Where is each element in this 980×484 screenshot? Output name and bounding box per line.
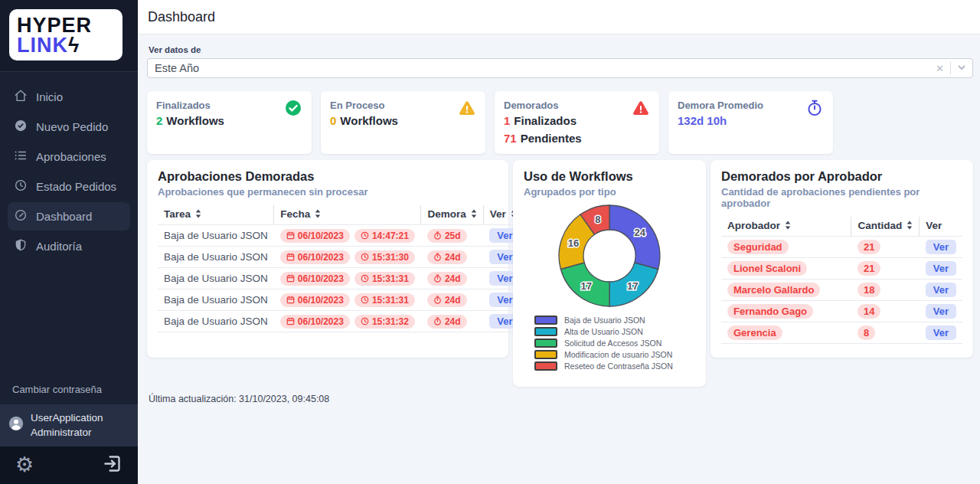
stat-value-caption: Workflows	[340, 114, 398, 127]
stat-value: 2	[156, 114, 162, 127]
legend-item-solicitud-de-accesos-json[interactable]: Solicitud de Accesos JSON	[534, 338, 695, 348]
workflow-usage-card: Uso de Workflows Agrupados por tipo 2417…	[513, 160, 706, 387]
clock-icon	[361, 231, 369, 240]
column-header-aprobador[interactable]: Aprobador	[721, 217, 851, 237]
action-cell: Ver	[920, 258, 962, 280]
approver-badge: Marcelo Gallardo	[727, 283, 820, 297]
count-badge: 21	[858, 261, 880, 276]
ver-button[interactable]: Ver	[926, 304, 956, 319]
count-badge: 8	[858, 325, 875, 340]
legend-label: Solicitud de Accesos JSON	[564, 338, 662, 348]
donut-slice-value: 17	[627, 280, 638, 292]
logo-area: HYPER LINKϟ	[0, 0, 138, 72]
stopwatch-small-icon	[433, 231, 442, 240]
ver-button[interactable]: Ver	[926, 240, 956, 254]
stat-card-label: En Proceso	[330, 100, 476, 111]
sidebar-item-aprobaciones[interactable]: Aprobaciones	[8, 142, 130, 171]
period-select[interactable]: Este Año ✕	[147, 58, 973, 78]
delay-badge: 25d	[427, 229, 467, 243]
delayed-approvals-card: Aprobaciones Demoradas Aprobaciones que …	[147, 160, 508, 358]
stat-card-label: Demora Promedio	[678, 100, 824, 111]
count-badge: 14	[858, 304, 880, 319]
delayed-by-approver-card: Demorados por Aprobador Cantidad de apro…	[710, 160, 973, 358]
legend-item-baja-de-usuario-json[interactable]: Baja de Usuario JSON	[534, 316, 695, 325]
sidebar-item-inicio[interactable]: Inicio	[8, 83, 130, 111]
gauge-icon	[14, 208, 28, 224]
legend-swatch	[534, 338, 557, 348]
column-header-fecha[interactable]: Fecha	[274, 205, 421, 225]
delay-cell: 24d	[421, 268, 483, 289]
delayed-by-approver-table: AprobadorCantidadVer Seguridad21VerLione…	[721, 217, 962, 344]
top-header: Dashboard	[138, 0, 980, 34]
sidebar-bottom-bar: ⚙	[0, 446, 138, 484]
delay-badge: 24d	[427, 293, 467, 307]
user-block[interactable]: UserApplication Administrator	[0, 404, 138, 446]
delay-cell: 24d	[421, 289, 483, 311]
table-row: Baja de Usuario JSON06/10/202315:31:3024…	[158, 247, 526, 268]
sort-icon	[780, 220, 791, 231]
sidebar-item-auditoria[interactable]: Auditoría	[8, 232, 130, 260]
user-avatar-icon	[8, 415, 24, 435]
donut-slice-value: 8	[595, 214, 600, 225]
delayed-by-approver-title: Demorados por Aprobador	[721, 169, 962, 184]
user-name-line1: UserApplication	[31, 410, 103, 426]
stat-card-demorados: Demorados1Finalizados71Pendientes	[495, 91, 659, 154]
sort-icon	[466, 208, 477, 220]
stats-row: Finalizados2WorkflowsEn Proceso0Workflow…	[147, 91, 973, 154]
sort-icon	[310, 208, 321, 220]
select-clear-icon[interactable]: ✕	[936, 63, 944, 74]
ver-button[interactable]: Ver	[926, 261, 956, 276]
sidebar-item-estado-pedidos[interactable]: Estado Pedidos	[8, 172, 130, 201]
approver-badge: Gerencia	[727, 325, 782, 340]
table-row: Lionel Scaloni21Ver	[721, 258, 962, 280]
column-header-ver: Ver	[920, 217, 962, 237]
logout-icon[interactable]	[102, 453, 122, 477]
clock-icon	[361, 274, 369, 283]
delayed-approvals-table: TareaFechaDemoraVer Baja de Usuario JSON…	[158, 205, 526, 332]
delay-cell: 24d	[421, 311, 483, 332]
delay-badge: 24d	[427, 315, 467, 329]
column-header-tarea[interactable]: Tarea	[158, 205, 274, 225]
stat-card-label: Finalizados	[156, 100, 302, 111]
ver-button[interactable]: Ver	[926, 325, 956, 340]
hyperlink-logo: HYPER LINKϟ	[9, 9, 122, 60]
home-icon	[14, 89, 28, 105]
stat-value-caption: Finalizados	[514, 114, 577, 127]
legend-swatch	[534, 327, 557, 336]
stat-card-value-line: 71Pendientes	[504, 131, 650, 146]
calendar-icon	[286, 231, 295, 240]
chevron-down-icon[interactable]	[957, 62, 966, 74]
approver-cell: Marcelo Gallardo	[721, 280, 851, 301]
count-badge: 18	[858, 283, 880, 297]
sidebar-item-label: Dashboard	[36, 210, 92, 223]
column-header-cantidad[interactable]: Cantidad	[851, 217, 920, 237]
count-cell: 18	[851, 280, 920, 301]
ver-button[interactable]: Ver	[926, 283, 956, 297]
legend-item-alta-de-usuario-json[interactable]: Alta de Usuario JSON	[534, 327, 695, 336]
table-row: Baja de Usuario JSON06/10/202315:31:3124…	[158, 268, 526, 289]
time-badge: 15:31:32	[354, 315, 415, 329]
time-badge: 15:31:31	[354, 272, 415, 286]
legend-item-reseteo-de-contrasena-json[interactable]: Reseteo de Contraseña JSON	[534, 361, 695, 371]
delayed-by-approver-subtitle: Cantidad de aprobaciones pendientes por …	[721, 186, 962, 209]
count-cell: 21	[851, 237, 920, 258]
sidebar-item-label: Nuevo Pedido	[36, 120, 108, 133]
table-row: Baja de Usuario JSON06/10/202315:31:3124…	[158, 289, 526, 311]
date-cell: 06/10/202315:31:32	[274, 311, 421, 332]
approver-badge: Fernando Gago	[727, 304, 813, 319]
column-header-demora[interactable]: Demora	[421, 205, 483, 225]
change-password-link[interactable]: Cambiar contraseña	[0, 376, 138, 404]
sidebar-item-nuevo-pedido[interactable]: Nuevo Pedido	[8, 113, 130, 141]
check-badge-icon	[284, 99, 302, 120]
task-cell: Baja de Usuario JSON	[158, 247, 274, 268]
stopwatch-small-icon	[433, 274, 442, 283]
legend-swatch	[534, 361, 557, 371]
settings-gear-icon[interactable]: ⚙	[15, 455, 34, 476]
legend-item-modificacion-de-usuario-json[interactable]: Modificacion de usuario JSON	[534, 350, 695, 359]
approver-cell: Fernando Gago	[721, 301, 851, 322]
approver-badge: Lionel Scaloni	[727, 261, 807, 276]
check-circle-icon	[14, 119, 28, 135]
stat-card-demora-promedio: Demora Promedio132d 10h	[668, 91, 833, 154]
sidebar-item-dashboard[interactable]: Dashboard	[8, 202, 130, 231]
stat-value: 132d 10h	[678, 114, 727, 127]
